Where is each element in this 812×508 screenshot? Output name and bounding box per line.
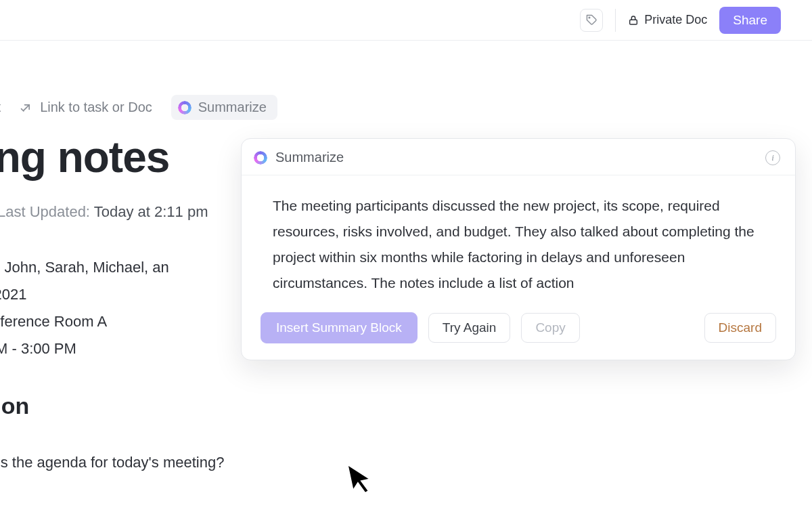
summarize-popover: Summarize i The meeting participants dis… xyxy=(241,138,796,360)
doc-action-row: mment Link to task or Doc Summarize xyxy=(0,95,277,120)
lock-icon xyxy=(628,14,639,26)
link-task-action[interactable]: Link to task or Doc xyxy=(20,100,152,115)
updated-value: Today at 2:11 pm xyxy=(94,203,208,220)
try-again-button[interactable]: Try Again xyxy=(428,313,511,343)
participants-value: John, Sarah, Michael, an xyxy=(4,259,168,276)
popover-actions: Insert Summary Block Try Again Copy Disc… xyxy=(242,303,795,360)
section-heading-conversation: rsation xyxy=(0,393,29,419)
location-row: Conference Room A xyxy=(0,308,169,335)
ai-icon xyxy=(178,101,191,114)
ai-icon xyxy=(254,151,267,165)
copy-button[interactable]: Copy xyxy=(521,313,579,343)
summary-text: The meeting participants discussed the n… xyxy=(242,175,795,303)
tag-button[interactable] xyxy=(580,9,603,32)
privacy-toggle[interactable]: Private Doc xyxy=(628,13,707,27)
comment-label: mment xyxy=(0,100,1,115)
time-row: 0 PM - 3:00 PM xyxy=(0,335,169,362)
tag-icon xyxy=(586,14,597,26)
privacy-label: Private Doc xyxy=(644,13,707,27)
updated-prefix: Last Updated: xyxy=(0,203,90,220)
participants-row: nts: John, Sarah, Michael, an xyxy=(0,254,169,281)
mouse-cursor xyxy=(345,458,379,498)
svg-rect-1 xyxy=(630,20,637,24)
discard-button[interactable]: Discard xyxy=(704,313,776,343)
popover-title-text: Summarize xyxy=(275,150,344,165)
insert-summary-button[interactable]: Insert Summary Block xyxy=(261,312,418,343)
comment-action[interactable]: mment xyxy=(0,100,1,115)
svg-point-0 xyxy=(589,17,590,18)
summarize-action[interactable]: Summarize xyxy=(171,95,277,120)
link-label: Link to task or Doc xyxy=(40,100,152,115)
meeting-meta: nts: John, Sarah, Michael, an 15/2021 Co… xyxy=(0,254,169,362)
info-icon[interactable]: i xyxy=(765,150,780,165)
top-header: Private Doc Share xyxy=(0,0,812,41)
share-button[interactable]: Share xyxy=(719,7,781,34)
page-title: eting notes xyxy=(0,132,169,182)
header-separator xyxy=(615,9,616,32)
last-updated: Last Updated: Today at 2:11 pm xyxy=(0,203,208,221)
popover-title: Summarize xyxy=(254,150,344,165)
conversation-line: what's the agenda for today's meeting? xyxy=(0,454,224,471)
date-row: 15/2021 xyxy=(0,281,169,308)
summarize-label: Summarize xyxy=(198,100,267,115)
popover-header: Summarize i xyxy=(242,139,795,175)
link-arrows-icon xyxy=(20,101,33,114)
